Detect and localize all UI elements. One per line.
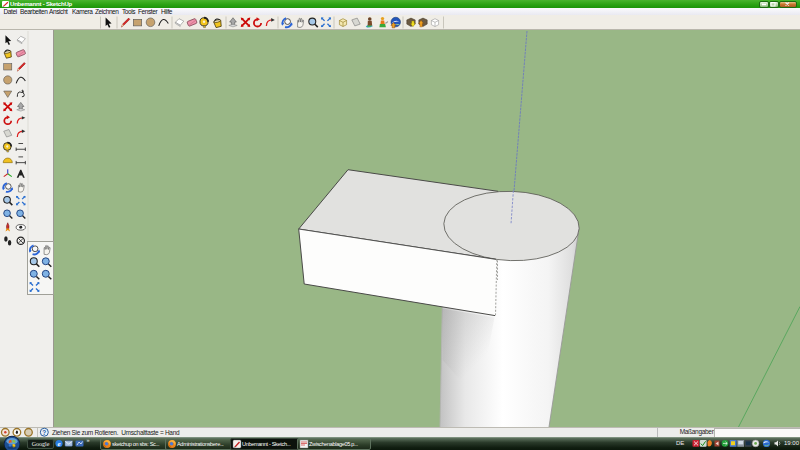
svg-text:»: » — [87, 437, 90, 443]
svg-text:?: ? — [42, 429, 46, 436]
svg-text:e: e — [57, 440, 60, 448]
